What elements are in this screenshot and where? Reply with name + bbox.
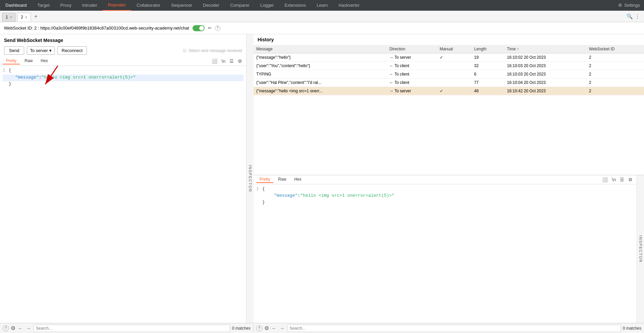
table-row[interactable]: {"user":"Hal Pline","content":"I'd rat..… [254,79,644,87]
resp-code-line-3: } [256,200,634,206]
response-tab-hex[interactable]: Hex [291,176,305,183]
nav-decoder[interactable]: Decoder [198,0,225,11]
tab-add-button[interactable]: + [32,12,40,21]
table-row[interactable]: {"message":"hello"} → To server ✓ 19 16:… [254,53,644,62]
bottom-right-help-icon[interactable]: ? [256,325,262,331]
response-menu-icon[interactable]: ☰ [619,176,626,183]
send-toolbar-right: ⬜ \n ☰ ⚙ [210,58,244,64]
response-panel: Pretty Raw Hex ⬜ \n ☰ ⚙ 1 { [254,175,644,323]
main-content: Send WebSocket Message Send To server ▾ … [0,34,644,323]
table-row[interactable]: TYPING ← To client 6 16:10:03 20 Oct 202… [254,70,644,79]
table-row[interactable]: {"user":"You","content":"hello"} ← To cl… [254,62,644,70]
row5-length: 48 [472,87,504,95]
response-tab-raw[interactable]: Raw [275,176,289,183]
nav-sequencer[interactable]: Sequencer [166,0,198,11]
send-format-icon[interactable]: ⬜ [210,58,219,64]
nav-extensions[interactable]: Extensions [279,0,311,11]
response-newline-icon[interactable]: \n [610,176,617,183]
code-line-1: 1 { [3,68,244,75]
send-tab-raw[interactable]: Raw [21,58,36,64]
send-settings-icon[interactable]: ⚙ [236,58,244,64]
row5-direction: → To server [387,87,437,95]
send-inspector-sidebar[interactable]: INSPECTOR [246,34,254,323]
send-editor-toolbar: Pretty Raw Hex ⬜ \n ☰ ⚙ [0,57,246,66]
table-row-selected[interactable]: {"message":"hello <img src=1 onerr... → … [254,87,644,95]
nav-repeater[interactable]: Repeater [103,0,131,11]
response-inspector-label: INSPECTOR [639,235,643,263]
reconnect-button[interactable]: Reconnect [57,46,87,55]
nav-comparer[interactable]: Comparer [225,0,255,11]
response-toolbar-right: ⬜ \n ☰ ⚙ [601,176,634,183]
response-inspector-sidebar[interactable]: INSPECTOR [637,175,644,323]
websocket-url: WebSocket ID: 2 : https://0a3c00ef0489f9… [4,26,189,31]
tab-2-label: 2 [21,15,23,19]
websocket-toggle[interactable] [193,25,205,31]
row2-length: 32 [472,62,504,70]
tab-1-close[interactable]: × [10,15,12,19]
response-format-icon[interactable]: ⬜ [601,176,609,183]
bottom-left-gear-icon[interactable]: ⚙ [11,325,15,331]
bottom-right-gear-icon[interactable]: ⚙ [264,325,269,331]
tab-2-close[interactable]: × [25,15,27,19]
direction-button[interactable]: To server ▾ [27,46,54,55]
history-table[interactable]: Message Direction Manual Length Time ↑ W… [254,45,644,175]
response-tab-pretty[interactable]: Pretty [256,176,273,183]
left-content: Send WebSocket Message Send To server ▾ … [0,34,246,323]
history-section: History Message Direction Manual Length … [254,34,644,175]
row2-message: {"user":"You","content":"hello"} [254,62,387,70]
bottom-right-back-arrow[interactable]: ← [271,325,277,332]
send-code-editor[interactable]: 1 { "message" : "hello <img src=1 onerro… [0,66,246,323]
tab-1[interactable]: 1 × [2,13,16,21]
nav-target[interactable]: Target [32,0,55,11]
row4-length: 77 [472,79,504,87]
nav-proxy[interactable]: Proxy [55,0,77,11]
bottom-left-search-input[interactable] [34,325,230,332]
col-message[interactable]: Message [254,45,387,53]
checkbox-icon: ☑ [183,48,186,53]
send-button[interactable]: Send [4,46,24,55]
nav-learn[interactable]: Learn [311,0,333,11]
bottom-left-back-arrow[interactable]: ← [17,325,23,332]
edit-icon[interactable]: ✏ [208,26,212,31]
col-length[interactable]: Length [472,45,504,53]
row3-direction: ← To client [387,70,437,79]
row2-time: 16:10:03 20 Oct 2023 [504,62,586,70]
row4-direction: ← To client [387,79,437,87]
send-tab-pretty[interactable]: Pretty [3,58,20,64]
code-line-2: "message" : "hello <img src=1 onerror=al… [3,75,244,81]
col-direction[interactable]: Direction [387,45,437,53]
nav-dashboard[interactable]: Dashboard [0,0,32,11]
row3-length: 6 [472,70,504,79]
send-menu-icon[interactable]: ☰ [228,58,235,64]
row1-direction: → To server [387,53,437,62]
col-time[interactable]: Time ↑ [504,45,586,53]
nav-collaborator[interactable]: Collaborator [131,0,166,11]
nav-hackvertor[interactable]: Hackvertor [333,0,365,11]
row2-direction: ← To client [387,62,437,70]
select-next-option: ☑ Select next message received [183,48,242,53]
send-panel-header: Send WebSocket Message [0,34,246,45]
search-icon[interactable]: 🔍 [627,13,633,19]
response-code-editor[interactable]: 1 { "message" : "hello <img src=1 onerro… [254,184,637,323]
row4-time: 16:10:04 20 Oct 2023 [504,79,586,87]
response-settings-icon[interactable]: ⚙ [627,176,634,183]
tab-2[interactable]: 2 × [17,13,31,21]
row3-manual [437,70,472,79]
bottom-right-forward-arrow[interactable]: → [279,325,285,332]
col-wsid[interactable]: WebSocket ID [586,45,644,53]
settings-button[interactable]: ⚙ Settings [614,3,644,8]
row3-time: 16:10:03 20 Oct 2023 [504,70,586,79]
nav-logger[interactable]: Logger [255,0,279,11]
bottom-right-search-input[interactable] [287,325,621,332]
bottom-right-matches: 0 matches [623,326,641,331]
col-manual[interactable]: Manual [437,45,472,53]
send-newline-icon[interactable]: \n [220,58,227,64]
row2-manual [437,62,472,70]
nav-intruder[interactable]: Intruder [77,0,103,11]
more-options-icon[interactable]: ⋮ [635,13,640,19]
help-icon[interactable]: ? [215,26,220,31]
row3-wsid: 2 [586,70,644,79]
bottom-left-help-icon[interactable]: ? [3,325,9,331]
bottom-left-forward-arrow[interactable]: → [25,325,32,332]
send-tab-hex[interactable]: Hex [37,58,51,64]
